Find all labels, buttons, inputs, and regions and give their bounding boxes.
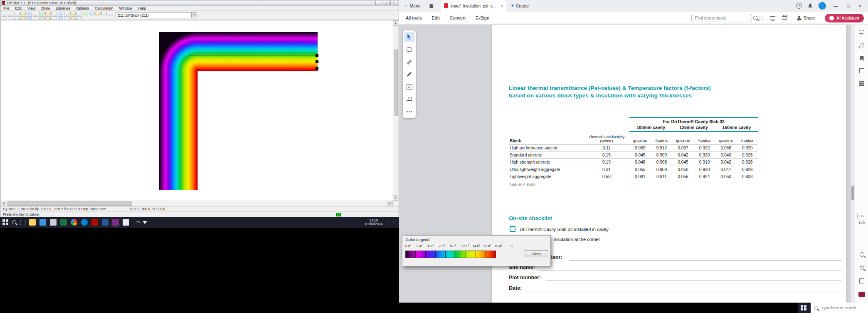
scroll-down-icon[interactable]: ▼	[393, 195, 398, 201]
tab-all-tools[interactable]: All tools	[406, 15, 422, 20]
tab-esign[interactable]: E-Sign	[476, 15, 489, 20]
menu-help[interactable]: Help	[136, 6, 149, 10]
therm-toolbar-button[interactable]	[27, 12, 32, 15]
therm-toolbar-button[interactable]	[95, 12, 101, 15]
word-icon[interactable]	[102, 219, 108, 226]
menu-draw[interactable]: Draw	[38, 6, 53, 10]
search-icon[interactable]	[12, 220, 16, 224]
therm-canvas[interactable]: ▲ ▼ ◀ ▶	[1, 20, 398, 206]
scrollbar-thumb[interactable]	[851, 186, 854, 200]
therm-toolbar-button[interactable]	[76, 12, 82, 15]
therm-titlebar[interactable]: THERM 7.7 - [E16 100mm SB.01.011 Black] …	[0, 0, 399, 6]
tab-convert[interactable]: Convert	[450, 15, 466, 20]
share-button[interactable]: Share	[794, 14, 819, 22]
notifications-bell-icon[interactable]	[808, 3, 813, 8]
start-button[interactable]	[801, 305, 806, 311]
scroll-up-icon[interactable]: ▲	[393, 20, 398, 26]
therm-toolbar-button[interactable]	[89, 12, 94, 15]
therm-toolbar-button[interactable]	[20, 16, 26, 20]
maximize-button[interactable]: □	[846, 3, 851, 8]
minimize-button[interactable]: —	[375, 1, 382, 5]
excel-icon[interactable]	[60, 219, 67, 226]
selection-handle[interactable]	[316, 67, 318, 70]
therm-toolbar-button[interactable]	[2, 12, 7, 15]
therm-toolbar-button[interactable]	[52, 12, 57, 15]
therm-toolbar-button[interactable]	[39, 16, 44, 20]
chat-button[interactable]	[857, 289, 867, 299]
therm-toolbar-button[interactable]	[83, 12, 88, 15]
find-input[interactable]	[691, 14, 752, 22]
therm-toolbar-button[interactable]	[33, 16, 38, 20]
horizontal-scrollbar[interactable]: ◀ ▶	[1, 201, 393, 206]
therm-toolbar-button[interactable]	[52, 16, 57, 20]
therm-toolbar-button[interactable]	[14, 12, 20, 15]
menu-calculation[interactable]: Calculation	[92, 6, 116, 10]
tab-close-icon[interactable]: ×	[501, 4, 503, 8]
start-button[interactable]	[2, 219, 8, 225]
zoom-out-button[interactable]	[857, 249, 867, 259]
menu-options[interactable]: Options	[73, 6, 92, 10]
therm-toolbar-button[interactable]	[101, 12, 107, 15]
close-button[interactable]: ×	[857, 3, 863, 8]
apps-grid-icon[interactable]	[759, 16, 763, 20]
tray-chevron-icon[interactable]	[136, 220, 140, 224]
taskbar-clock[interactable]: 21:50 01/03/2024	[365, 219, 382, 226]
checkbox-cavity-slab[interactable]	[510, 226, 515, 232]
photos-icon[interactable]	[39, 219, 46, 226]
therm-toolbar-button[interactable]	[20, 12, 26, 15]
add-text-tool-button[interactable]: A	[404, 82, 414, 92]
therm-toolbar-button[interactable]	[70, 12, 76, 15]
signature-tool-button[interactable]	[404, 94, 414, 104]
scrollbar-thumb[interactable]	[7, 201, 132, 206]
tab-edit[interactable]: Edit	[432, 15, 440, 20]
taskbar-search-input[interactable]	[821, 305, 868, 311]
acrobat-icon[interactable]	[91, 219, 98, 226]
taskbar-search[interactable]	[811, 303, 868, 313]
therm-toolbar-button[interactable]	[108, 12, 113, 15]
scroll-right-icon[interactable]: ▶	[387, 201, 393, 206]
zoom-in-button[interactable]: +	[857, 263, 867, 273]
find-text-field[interactable]	[694, 15, 751, 21]
document-scrollbar[interactable]	[851, 25, 855, 303]
close-button[interactable]: ×	[390, 1, 397, 5]
therm-toolbar-button[interactable]	[45, 16, 51, 20]
task-view-icon[interactable]	[20, 220, 25, 225]
therm-toolbar-button[interactable]	[33, 12, 38, 15]
therm-toolbar-button[interactable]	[39, 12, 44, 15]
therm-toolbar-button[interactable]	[58, 12, 63, 15]
therm-toolbar-button[interactable]	[14, 16, 20, 20]
therm-toolbar-button[interactable]	[64, 16, 69, 20]
maximize-button[interactable]: □	[383, 1, 390, 5]
create-tab-button[interactable]: + Create	[506, 3, 534, 9]
page-thumbnails-button[interactable]	[857, 66, 867, 76]
therm-toolbar-button[interactable]	[70, 16, 76, 20]
selection-handle[interactable]	[316, 54, 318, 57]
layers-panel-button[interactable]	[857, 78, 867, 88]
scrollbar-thumb[interactable]	[394, 50, 398, 116]
document-tab[interactable]: knauf_insulation_psi_v... ×	[441, 0, 506, 12]
ai-assistant-button[interactable]: AI Assistant	[825, 14, 864, 22]
attachments-panel-button[interactable]	[857, 41, 867, 51]
help-icon[interactable]: ?	[796, 3, 802, 9]
print-icon[interactable]	[782, 16, 787, 20]
therm-toolbar-button[interactable]	[76, 16, 82, 20]
menu-file[interactable]: File	[0, 6, 12, 10]
legend-close-button[interactable]: Close	[525, 250, 548, 257]
notepad-icon[interactable]	[123, 219, 129, 226]
highlight-tool-button[interactable]	[404, 57, 414, 67]
fit-page-button[interactable]	[857, 276, 867, 286]
display-icon[interactable]	[770, 16, 775, 20]
therm-toolbar-button[interactable]	[8, 16, 13, 20]
scroll-left-icon[interactable]: ◀	[1, 201, 6, 206]
edge-icon[interactable]	[81, 219, 88, 226]
color-legend-dialog[interactable]: Color Legend 0.0° 2.4° 4.9° 7.3° 9.7° 12…	[402, 235, 551, 266]
therm-toolbar-button[interactable]	[64, 12, 69, 15]
select-tool-button[interactable]	[404, 32, 414, 42]
comments-panel-button[interactable]	[857, 27, 867, 37]
chrome-icon[interactable]	[71, 219, 77, 226]
user-avatar[interactable]	[819, 2, 826, 10]
material-dropdown[interactable]: E11 LW Block (E11) ▼	[116, 12, 197, 18]
menu-window[interactable]: Window	[116, 6, 135, 10]
menu-libraries[interactable]: Libraries	[53, 6, 73, 10]
therm-toolbar-button[interactable]	[45, 12, 51, 15]
